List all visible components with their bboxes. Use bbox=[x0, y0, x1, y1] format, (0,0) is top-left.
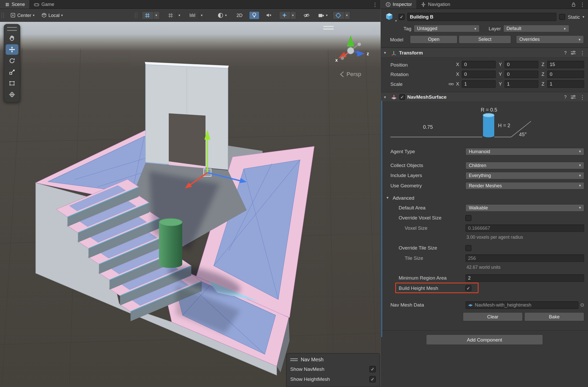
tab-scene[interactable]: Scene bbox=[0, 0, 30, 9]
show-heightmesh-checkbox[interactable] bbox=[369, 376, 376, 382]
lighting-toggle[interactable] bbox=[249, 11, 259, 19]
navmeshsurface-foldout[interactable]: ▼ bbox=[383, 95, 388, 99]
snap-dropdown-arrow[interactable]: ▾ bbox=[199, 12, 203, 19]
static-flags-dropdown[interactable]: ▾ bbox=[583, 15, 584, 19]
model-select-button[interactable]: Select bbox=[459, 35, 511, 43]
lock-icon[interactable] bbox=[571, 2, 576, 7]
tab-scene-label: Scene bbox=[12, 2, 25, 7]
grid-snap-button[interactable]: ▾ bbox=[142, 11, 160, 19]
min-region-row: Minimum Region Area 2 bbox=[381, 273, 588, 283]
agent-radius-label: R = 0.5 bbox=[481, 107, 497, 113]
gameobject-active-checkbox[interactable] bbox=[399, 14, 405, 20]
2d-toggle[interactable]: 2D bbox=[234, 11, 245, 19]
rotation-row: Rotation X0 Y0 Z0 bbox=[381, 69, 588, 79]
move-tool[interactable] bbox=[6, 44, 18, 55]
rotation-x-field[interactable]: 0 bbox=[462, 71, 496, 78]
gizmos-dropdown[interactable]: ▾ bbox=[333, 11, 350, 19]
rotation-y-field[interactable]: 0 bbox=[504, 71, 538, 78]
bake-button[interactable]: Bake bbox=[524, 312, 584, 321]
transform-menu-icon[interactable]: ⋮ bbox=[580, 50, 585, 56]
prefab-dropdown-arrow[interactable]: ▾ bbox=[395, 19, 397, 22]
effects-dropdown-arrow[interactable]: ▾ bbox=[290, 12, 294, 19]
pivot-mode-dropdown[interactable]: Center▾ bbox=[7, 11, 37, 19]
collect-objects-dropdown[interactable]: Children▾ bbox=[465, 162, 584, 169]
scale-tool[interactable] bbox=[6, 67, 18, 77]
axis-neg-ball-2[interactable] bbox=[341, 57, 344, 60]
scale-z-field[interactable]: 1 bbox=[547, 80, 584, 88]
advanced-foldout[interactable]: ▼ Advanced bbox=[381, 193, 588, 203]
gizmo-center-ball[interactable] bbox=[347, 47, 354, 54]
rotation-z-field[interactable]: 0 bbox=[547, 71, 584, 78]
transform-foldout[interactable]: ▼ bbox=[383, 51, 388, 55]
tag-dropdown[interactable]: Untagged▾ bbox=[414, 25, 480, 32]
navmeshsurface-help-icon[interactable]: ? bbox=[564, 94, 567, 99]
grid-visibility-button[interactable]: ▾ bbox=[165, 11, 183, 19]
green-cylinder[interactable] bbox=[159, 218, 182, 268]
draw-mode-dropdown[interactable]: ▾ bbox=[215, 11, 229, 19]
tab-navigation[interactable]: Navigation bbox=[416, 0, 455, 9]
add-component-area: Add Component bbox=[381, 330, 588, 349]
snap-increment-button[interactable]: ▾ bbox=[187, 11, 205, 19]
override-voxel-checkbox[interactable] bbox=[465, 215, 471, 221]
scene-tabbar-menu-icon[interactable]: ⋮ bbox=[372, 1, 377, 7]
audio-toggle[interactable] bbox=[263, 11, 274, 19]
gameobject-name-field[interactable]: Building B bbox=[407, 13, 556, 21]
rect-tool[interactable] bbox=[6, 78, 18, 89]
transform-help-icon[interactable]: ? bbox=[564, 50, 567, 55]
build-height-mesh-checkbox[interactable] bbox=[465, 285, 471, 291]
toolbar-drag-handle[interactable] bbox=[2, 12, 4, 18]
scale-link-icon[interactable] bbox=[449, 82, 454, 86]
clear-button[interactable]: Clear bbox=[463, 312, 523, 321]
orientation-dropdown[interactable]: Local▾ bbox=[39, 11, 65, 19]
navmesh-display-overlay: Nav Mesh Show NavMesh Show HeightMesh bbox=[286, 353, 380, 387]
scene-canvas[interactable]: x z Persp bbox=[0, 22, 381, 387]
position-x-field[interactable]: 0 bbox=[462, 61, 496, 68]
navmeshsurface-enabled-checkbox[interactable] bbox=[399, 94, 405, 100]
include-layers-dropdown[interactable]: Everything▾ bbox=[465, 172, 584, 179]
show-navmesh-checkbox[interactable] bbox=[369, 366, 376, 372]
grid-snap-dropdown-arrow[interactable]: ▾ bbox=[154, 12, 157, 19]
model-label: Model bbox=[385, 36, 409, 42]
model-open-button[interactable]: Open bbox=[410, 35, 457, 43]
gizmos-dropdown-arrow[interactable]: ▾ bbox=[344, 12, 348, 19]
use-geometry-dropdown[interactable]: Render Meshes▾ bbox=[465, 182, 584, 189]
object-picker-icon[interactable]: ⊙ bbox=[580, 302, 584, 308]
scene-camera-dropdown[interactable]: ▾ bbox=[315, 11, 330, 19]
scale-x-field[interactable]: 1 bbox=[462, 80, 496, 88]
navmeshsurface-presets-icon[interactable] bbox=[570, 95, 576, 99]
layer-dropdown[interactable]: Default▾ bbox=[503, 25, 569, 32]
tab-game[interactable]: Game bbox=[30, 0, 59, 9]
prefab-icon-button[interactable]: ▾ bbox=[385, 12, 396, 22]
rotate-tool[interactable] bbox=[6, 56, 18, 66]
tile-size-field: 256 bbox=[465, 254, 584, 262]
tool-palette-grip[interactable] bbox=[7, 27, 17, 31]
tool-palette bbox=[4, 24, 20, 102]
position-z-field[interactable]: 15 bbox=[547, 61, 584, 68]
transform-tool[interactable] bbox=[6, 89, 18, 100]
default-area-dropdown[interactable]: Walkable▾ bbox=[465, 204, 584, 211]
agent-type-dropdown[interactable]: Humanoid▾ bbox=[465, 148, 584, 155]
add-component-button[interactable]: Add Component bbox=[426, 334, 543, 345]
hand-tool[interactable] bbox=[6, 33, 18, 44]
navmeshsurface-menu-icon[interactable]: ⋮ bbox=[580, 94, 585, 100]
scene-visibility-toggle[interactable] bbox=[301, 11, 312, 19]
grid-dropdown-arrow[interactable]: ▾ bbox=[177, 12, 180, 19]
default-area-row: Default Area Walkable▾ bbox=[381, 203, 588, 213]
scene-viewport[interactable]: x z Persp bbox=[0, 22, 381, 387]
navmesh-overlay-grip[interactable] bbox=[290, 358, 298, 361]
axis-neg-ball-1[interactable] bbox=[358, 43, 361, 46]
override-tile-checkbox[interactable] bbox=[465, 245, 471, 251]
scale-y-field[interactable]: 1 bbox=[504, 80, 538, 88]
position-y-field[interactable]: 0 bbox=[504, 61, 538, 68]
toolbar-section-handle[interactable] bbox=[135, 12, 137, 18]
effects-dropdown[interactable]: ▾ bbox=[279, 11, 296, 19]
inspector-menu-icon[interactable]: ⋮ bbox=[580, 1, 585, 7]
navmesh-data-field[interactable]: NavMesh-with_heightmesh bbox=[465, 301, 578, 309]
static-checkbox[interactable] bbox=[559, 14, 565, 20]
persp-label[interactable]: Persp bbox=[347, 71, 361, 77]
agent-type-row: Agent Type Humanoid▾ bbox=[381, 146, 588, 156]
overrides-dropdown[interactable]: Overrides▾ bbox=[516, 35, 584, 43]
transform-presets-icon[interactable] bbox=[570, 50, 576, 55]
min-region-field[interactable]: 2 bbox=[465, 274, 584, 282]
tab-inspector[interactable]: Inspector bbox=[381, 0, 416, 9]
